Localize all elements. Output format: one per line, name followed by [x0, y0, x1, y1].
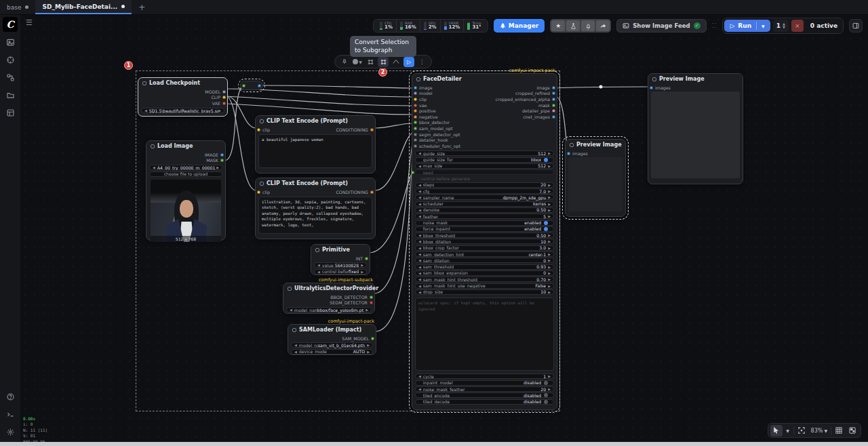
widget-decrement[interactable]: ◀: [418, 214, 421, 218]
widget-row[interactable]: ◀ guide_size_for bbox ▶: [415, 157, 554, 163]
widget-increment[interactable]: ▶: [548, 208, 551, 212]
slot-dot[interactable]: [414, 104, 417, 107]
node-titlebar[interactable]: CLIP Text Encode (Prompt): [256, 178, 375, 188]
slot-dot[interactable]: [220, 153, 224, 157]
input-slot[interactable]: sam_model_opt: [412, 125, 557, 131]
widget-decrement[interactable]: ◀: [418, 271, 421, 275]
widget-decrement[interactable]: ◀: [418, 164, 421, 168]
workflows-icon[interactable]: [3, 87, 18, 102]
settings-gear-icon[interactable]: [3, 424, 18, 439]
widget-decrement[interactable]: ◀: [418, 252, 421, 256]
more-options-icon[interactable]: ⋮: [416, 57, 427, 67]
wildcard-textarea[interactable]: [415, 298, 554, 371]
slot-dot[interactable]: [371, 337, 374, 340]
widget-row[interactable]: ◀ sam_threshold 0.93 ▶: [415, 264, 554, 270]
widget-toggle[interactable]: [544, 393, 548, 397]
tab-base[interactable]: base: [0, 0, 35, 14]
input-slot[interactable]: bbox_detector: [412, 120, 557, 126]
slot-dot[interactable]: [242, 84, 245, 87]
widget-decrement[interactable]: ◀: [317, 263, 320, 267]
widget-row[interactable]: ◀ control before fixed ▶: [314, 269, 367, 275]
widget-increment[interactable]: ▶: [548, 195, 551, 199]
slot-dot[interactable]: [414, 115, 417, 119]
slot-dot[interactable]: [552, 86, 555, 89]
queue-images-icon[interactable]: [3, 35, 18, 49]
terminal-icon[interactable]: [3, 407, 18, 422]
widget-increment[interactable]: ▶: [548, 374, 551, 378]
bell-icon[interactable]: [581, 20, 595, 31]
slot-dot[interactable]: [414, 138, 417, 142]
widget-decrement[interactable]: ◀: [418, 239, 421, 243]
node-library-icon[interactable]: [3, 52, 18, 67]
widget-row[interactable]: ◀ max_size 512 ▶: [415, 163, 554, 169]
node-collapsed[interactable]: [240, 81, 263, 90]
output-slot[interactable]: image: [494, 85, 557, 91]
slot-dot[interactable]: [552, 104, 555, 107]
widget-row[interactable]: ◀ bbox_dilation 10 ▶: [415, 239, 554, 244]
input-slot[interactable]: images: [566, 150, 625, 157]
star-icon[interactable]: ★: [551, 20, 565, 31]
widget-decrement[interactable]: ◀: [290, 308, 292, 312]
widget-row[interactable]: ◀ steps 20 ▶: [415, 182, 554, 188]
widget-increment[interactable]: ▶: [548, 265, 551, 269]
widget-row[interactable]: ◀ cycle 1 ▶: [415, 373, 554, 379]
widget-decrement[interactable]: ◀: [418, 151, 421, 155]
help-icon[interactable]: [3, 389, 18, 404]
cursor-tool-button[interactable]: [770, 425, 783, 437]
prompt-textarea[interactable]: illustration, 3d, sepia, painting, carto…: [258, 197, 372, 234]
widget-row[interactable]: ◀ tiled_decode disabled ▶: [415, 399, 554, 405]
node-ultralytics-detector-provider[interactable]: comfyui-impact-subpack UltralyticsDetect…: [283, 283, 375, 314]
run-button[interactable]: ▷ Run ▼: [724, 20, 770, 32]
output-slot[interactable]: detailer_pipe: [494, 108, 557, 114]
bypass-icon[interactable]: [391, 57, 401, 67]
widget-row[interactable]: ◀ scheduler karras ▶: [415, 201, 554, 207]
slot-dot[interactable]: [414, 127, 417, 130]
widget-row[interactable]: ◀ model_name sam_vit_b_01ec64.pth ▶: [291, 342, 373, 348]
slot-dot[interactable]: [222, 90, 226, 94]
widget-increment[interactable]: ▶: [367, 350, 370, 354]
widget-increment[interactable]: ▶: [548, 258, 551, 262]
output-slot[interactable]: cropped_refined: [494, 91, 557, 97]
output-slot[interactable]: SAM_MODEL: [340, 336, 376, 342]
convert-to-subgraph-icon[interactable]: [378, 57, 389, 67]
slot-dot[interactable]: [414, 144, 417, 148]
widget-row[interactable]: ◀ inpaint_model disabled ▶: [415, 380, 554, 386]
widget-row[interactable]: ◀ value 564100828 ▶: [314, 262, 367, 268]
widget-decrement[interactable]: ◀: [418, 189, 421, 193]
cursor-tool-chevron-icon[interactable]: ▼: [784, 425, 792, 437]
show-image-feed-button[interactable]: Show Image Feed ✓: [616, 19, 706, 33]
widget-decrement[interactable]: ◀: [294, 343, 297, 347]
node-facedetailer[interactable]: comfyui-impact-pack FaceDetailer image m…: [412, 73, 557, 410]
slot-dot[interactable]: [365, 257, 368, 260]
node-load-image[interactable]: Load Image IMAGE MASK ◀A4_00_try_00000_m…: [146, 140, 226, 241]
widget-increment[interactable]: ▶: [548, 233, 551, 237]
widget-toggle[interactable]: [544, 158, 548, 162]
toolbar-drag-handle[interactable]: ⁚⁚: [712, 22, 717, 29]
node-clip-text-encode-positive[interactable]: CLIP Text Encode (Prompt) clip CONDITION…: [255, 115, 376, 174]
frame-nodes-icon[interactable]: [365, 57, 376, 67]
output-slot[interactable]: IMAGE: [203, 152, 225, 158]
slot-dot[interactable]: [370, 296, 373, 299]
widget-decrement[interactable]: ◀: [317, 270, 320, 274]
output-slot[interactable]: MASK: [203, 158, 225, 164]
node-primitive[interactable]: Primitive INT ◀ value 564100828 ▶ ◀ cont…: [311, 244, 370, 275]
widget-row[interactable]: ◀ seed ▶: [415, 169, 554, 175]
new-tab-button[interactable]: +: [132, 0, 152, 14]
widget-row[interactable]: ◀ cfg 7.0 ▶: [415, 188, 554, 194]
node-titlebar[interactable]: Load Image: [146, 141, 225, 151]
widget-decrement[interactable]: ◀: [418, 208, 421, 212]
run-options-chevron-icon[interactable]: ▼: [762, 24, 765, 28]
fit-view-icon[interactable]: [795, 425, 808, 437]
node-load-checkpoint[interactable]: Load Checkpoint MODEL CLIP VAE ◀SD1.5\be…: [138, 77, 228, 117]
output-slot[interactable]: CONDITIONING: [334, 189, 375, 195]
flask-icon[interactable]: [566, 20, 580, 31]
widget-row[interactable]: ◀ noise_mask enabled ▶: [415, 220, 554, 226]
prompt-textarea[interactable]: a beautiful japanese woman: [258, 134, 372, 168]
widget-increment[interactable]: ▶: [361, 263, 363, 267]
widget-increment[interactable]: ▶: [548, 277, 551, 281]
slot-dot[interactable]: [650, 86, 653, 89]
slot-dot[interactable]: [414, 133, 417, 136]
widget-row[interactable]: ◀ control before generate ▶: [415, 176, 554, 181]
node-titlebar[interactable]: FaceDetailer: [412, 74, 557, 84]
node-preview-image-right[interactable]: Preview Image images: [648, 73, 743, 184]
